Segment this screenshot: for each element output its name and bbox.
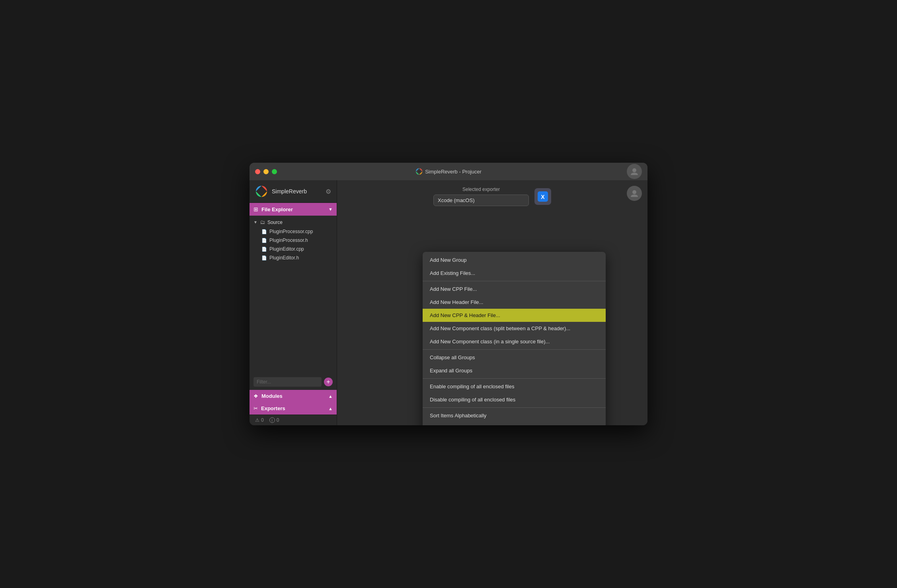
user-avatar-area — [627, 186, 642, 201]
modules-chevron: ▲ — [328, 394, 333, 399]
info-count: 0 — [277, 417, 279, 423]
main-content: SimpleReverb ⚙ ⊞ File Explorer ▼ ▼ 🗂 Sou… — [250, 180, 647, 425]
modules-section: ❖ Modules ▲ — [250, 390, 337, 402]
filter-input[interactable] — [254, 377, 322, 387]
svg-point-7 — [632, 190, 636, 194]
user-avatar-btn[interactable] — [627, 186, 642, 201]
content-top: Selected exporter Xcode (macOS) Visual S… — [337, 180, 647, 212]
list-item[interactable]: 📄 PluginProcessor.h — [250, 236, 337, 245]
list-item[interactable]: 📄 PluginEditor.cpp — [250, 245, 337, 253]
menu-item-add-existing-files[interactable]: Add Existing Files... — [423, 267, 606, 280]
file-explorer-grid-icon: ⊞ — [254, 206, 258, 212]
app-name: SimpleReverb — [272, 188, 322, 195]
folder-icon: 🗂 — [260, 219, 265, 225]
exporter-group: Selected exporter Xcode (macOS) Visual S… — [433, 187, 529, 206]
info-status: i 0 — [269, 417, 279, 423]
file-icon: 📄 — [261, 238, 267, 243]
gear-icon[interactable]: ⚙ — [326, 188, 331, 195]
file-explorer-header[interactable]: ⊞ File Explorer ▼ — [250, 203, 337, 216]
menu-item-add-new-group[interactable]: Add New Group — [423, 253, 606, 267]
menu-item-add-new-header-file[interactable]: Add New Header File... — [423, 296, 606, 309]
selected-exporter-label: Selected exporter — [462, 187, 500, 192]
minimize-button[interactable] — [263, 169, 269, 174]
file-name: PluginEditor.h — [269, 255, 299, 261]
menu-item-add-new-cpp-header-file[interactable]: Add New CPP & Header File... — [423, 309, 606, 322]
file-tree: ▼ 🗂 Source 📄 PluginProcessor.cpp 📄 Plugi… — [250, 216, 337, 264]
svg-point-2 — [632, 168, 636, 172]
file-name: PluginProcessor.h — [269, 238, 308, 243]
projucer-icon — [415, 168, 423, 175]
exporters-icon: ✂ — [254, 405, 258, 411]
sidebar-spacer — [250, 264, 337, 374]
menu-separator-2 — [423, 349, 606, 350]
menu-item-add-new-cpp-file[interactable]: Add New CPP File... — [423, 282, 606, 296]
xcode-open-button[interactable]: X — [534, 188, 551, 205]
warning-icon: ⚠ — [255, 417, 259, 423]
header-right — [627, 164, 642, 179]
warnings-status: ⚠ 0 — [255, 417, 264, 423]
menu-separator-1 — [423, 281, 606, 281]
sidebar-app-header: SimpleReverb ⚙ — [250, 180, 337, 203]
menu-item-sort-alpha[interactable]: Sort Items Alphabetically — [423, 409, 606, 422]
menu-item-disable-compiling[interactable]: Disable compiling of all enclosed files — [423, 393, 606, 406]
traffic-lights — [255, 169, 277, 174]
context-menu: Add New Group Add Existing Files... Add … — [423, 252, 606, 425]
app-logo — [255, 185, 268, 198]
modules-label: Modules — [261, 393, 325, 399]
menu-item-add-component-split[interactable]: Add New Component class (split between a… — [423, 322, 606, 335]
titlebar-center: SimpleReverb - Projucer — [415, 168, 482, 175]
exporter-select[interactable]: Xcode (macOS) Visual Studio 2022 Linux M… — [433, 195, 529, 206]
user-avatar[interactable] — [627, 164, 642, 179]
collapse-arrow-icon: ▼ — [254, 220, 257, 224]
svg-point-1 — [418, 170, 420, 173]
maximize-button[interactable] — [272, 169, 277, 174]
exporters-header[interactable]: ✂ Exporters ▲ — [250, 402, 337, 415]
source-group-label: Source — [267, 220, 283, 225]
menu-item-expand-groups[interactable]: Expand all Groups — [423, 364, 606, 377]
xcode-icon: X — [538, 191, 548, 202]
menu-separator-3 — [423, 378, 606, 379]
file-explorer-section: ⊞ File Explorer ▼ ▼ 🗂 Source 📄 PluginPro… — [250, 203, 337, 264]
sidebar: SimpleReverb ⚙ ⊞ File Explorer ▼ ▼ 🗂 Sou… — [250, 180, 337, 425]
file-icon: 📄 — [261, 255, 267, 261]
close-button[interactable] — [255, 169, 260, 174]
file-name: PluginEditor.cpp — [269, 246, 304, 252]
exporters-chevron: ▲ — [328, 406, 333, 411]
content-area: Selected exporter Xcode (macOS) Visual S… — [337, 180, 647, 425]
modules-header[interactable]: ❖ Modules ▲ — [250, 390, 337, 402]
source-group[interactable]: ▼ 🗂 Source — [250, 217, 337, 227]
list-item[interactable]: 📄 PluginEditor.h — [250, 253, 337, 262]
file-explorer-label: File Explorer — [261, 206, 325, 212]
modules-icon: ❖ — [254, 393, 258, 399]
file-name: PluginProcessor.cpp — [269, 229, 313, 234]
svg-point-4 — [259, 189, 263, 193]
add-button[interactable]: + — [324, 378, 333, 386]
file-icon: 📄 — [261, 229, 267, 234]
window-title: SimpleReverb - Projucer — [425, 169, 482, 175]
menu-item-sort-alpha-groups[interactable]: Sort Items Alphabetically (Groups first) — [423, 422, 606, 425]
svg-text:X: X — [541, 194, 545, 200]
menu-item-enable-compiling[interactable]: Enable compiling of all enclosed files — [423, 380, 606, 393]
warnings-count: 0 — [261, 417, 264, 423]
exporters-label: Exporters — [261, 405, 325, 411]
sidebar-filter: + — [250, 374, 337, 390]
file-explorer-chevron: ▼ — [328, 207, 333, 212]
menu-item-collapse-groups[interactable]: Collapse all Groups — [423, 351, 606, 364]
exporters-section: ✂ Exporters ▲ — [250, 402, 337, 415]
list-item[interactable]: 📄 PluginProcessor.cpp — [250, 227, 337, 236]
info-icon: i — [269, 417, 275, 423]
file-icon: 📄 — [261, 247, 267, 252]
menu-separator-4 — [423, 407, 606, 408]
exporter-select-wrap: Xcode (macOS) Visual Studio 2022 Linux M… — [433, 195, 529, 206]
menu-item-add-component-single[interactable]: Add New Component class (in a single sou… — [423, 335, 606, 348]
titlebar: SimpleReverb - Projucer — [250, 163, 647, 180]
main-window: SimpleReverb - Projucer — [250, 163, 647, 425]
statusbar: ⚠ 0 i 0 — [250, 415, 337, 425]
